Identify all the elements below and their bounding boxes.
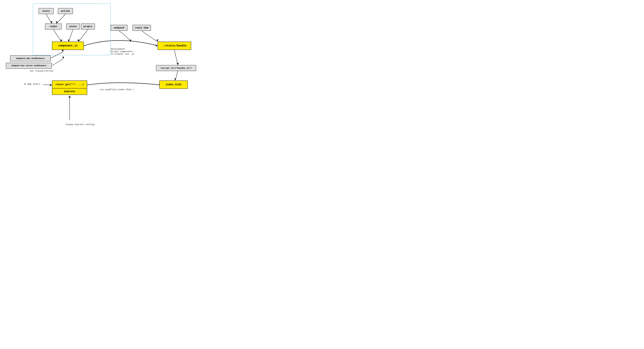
svg-marker-10 <box>130 39 131 41</box>
node-state: state <box>66 23 80 29</box>
node-webpackhotmw: webpack-hot-server-middleware <box>6 63 52 69</box>
label-single-express: single express routing <box>66 123 94 126</box>
node-staticbundle: ./static/bundle <box>158 41 191 50</box>
node-action: action <box>58 8 73 14</box>
label-res-sendfile: res.sendFile(/index.html') <box>100 88 134 91</box>
svg-line-19 <box>52 59 64 66</box>
svg-line-13 <box>174 50 178 65</box>
node-indexhtml: index.html <box>159 80 188 89</box>
node-scriptbundle: <script src="bundle.js"> <box>156 65 196 71</box>
label-dev-builds: development builds components to browser… <box>111 48 134 55</box>
node-store: store <box>38 8 54 14</box>
node-webpack: webpack <box>111 25 128 31</box>
svg-marker-20 <box>62 56 64 59</box>
diagram-container: store action redux state proprs componen… <box>0 0 258 140</box>
svg-marker-16 <box>174 78 176 80</box>
label-hot-reload: hot reload/refresh <box>30 70 53 72</box>
node-componentjs: component.js <box>52 41 84 50</box>
svg-marker-24 <box>68 95 71 98</box>
label-npm-start: $ npm start <box>24 83 40 85</box>
node-express: express <box>52 88 87 95</box>
svg-marker-22 <box>50 84 52 86</box>
svg-marker-12 <box>156 44 158 47</box>
node-webpackdevmw: webpack-dev-middleware <box>10 55 51 61</box>
node-proprs: proprs <box>81 23 95 29</box>
node-redux: redux <box>45 23 62 29</box>
node-reactdom: react-dom <box>132 25 151 31</box>
node-routerget: router.get("/", ...) <box>52 80 87 88</box>
svg-line-15 <box>175 71 178 80</box>
svg-marker-11 <box>156 39 158 41</box>
svg-marker-14 <box>176 63 179 65</box>
